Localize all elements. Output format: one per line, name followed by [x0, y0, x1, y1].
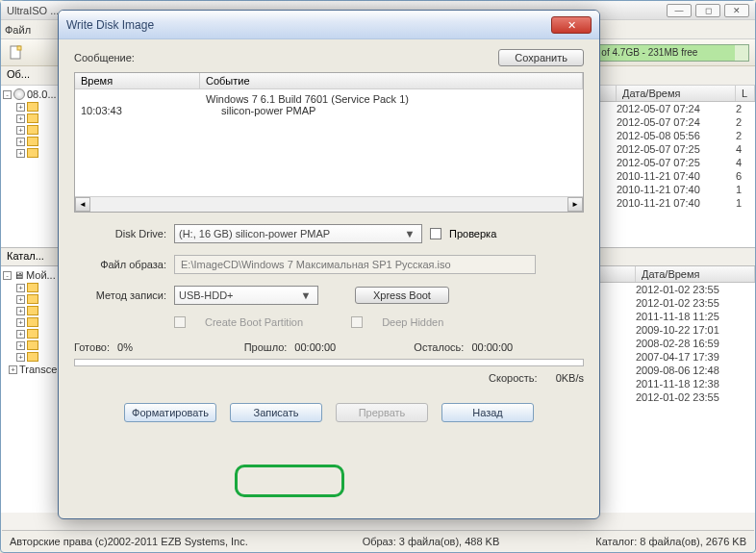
tree-expand-icon[interactable]: +: [16, 341, 25, 350]
scroll-right-icon[interactable]: ►: [567, 197, 583, 212]
folder-icon: [27, 113, 38, 123]
new-file-icon[interactable]: [7, 43, 26, 63]
main-window-title: UltraISO ...: [7, 5, 59, 16]
menu-file[interactable]: Файл: [5, 24, 31, 36]
tree-expand-icon[interactable]: +: [9, 365, 17, 374]
statusbar: Авторские права (c)2002-2011 EZB Systems…: [2, 530, 754, 551]
tree-expand-icon[interactable]: +: [16, 318, 25, 327]
tree-expand-icon[interactable]: +: [16, 284, 25, 292]
message-label: Сообщение:: [74, 52, 141, 63]
verify-checkbox[interactable]: [430, 228, 441, 239]
abort-button: Прервать: [336, 403, 428, 422]
col-time[interactable]: Время: [75, 73, 200, 88]
disk-icon: [13, 88, 25, 100]
ready-value: 0%: [117, 341, 133, 353]
tree-expand-icon[interactable]: +: [16, 295, 25, 304]
create-boot-partition-label: Create Boot Partition: [205, 316, 303, 328]
status-copyright: Авторские права (c)2002-2011 EZB Systems…: [10, 536, 248, 547]
back-button[interactable]: Назад: [441, 403, 534, 422]
image-file-label: Файл образа:: [74, 259, 166, 270]
remain-value: 00:00:00: [471, 341, 513, 353]
tree-expand-icon[interactable]: +: [16, 103, 25, 112]
log-list[interactable]: Время Событие 10:03:43 Windows 7 6.1 Bui…: [74, 72, 584, 213]
tree-expand-icon[interactable]: +: [16, 138, 25, 146]
tree-expand-icon[interactable]: +: [16, 114, 25, 123]
deep-hidden-label: Deep Hidden: [382, 316, 443, 328]
col-date[interactable]: Дата/Время: [617, 86, 736, 101]
col-l[interactable]: L: [736, 86, 755, 101]
folder-icon: [27, 102, 38, 112]
log-horizontal-scrollbar[interactable]: ◄ ►: [75, 196, 583, 212]
dialog-titlebar[interactable]: Write Disk Image ✕: [59, 11, 599, 39]
folder-icon: [27, 317, 38, 327]
dialog-close-button[interactable]: ✕: [551, 16, 592, 34]
speed-value: 0KB/s: [556, 372, 584, 384]
elapsed-value: 00:00:00: [294, 341, 336, 353]
tree-expand-icon[interactable]: -: [3, 271, 12, 280]
my-computer-icon: 🖥: [13, 269, 24, 281]
status-image-info: Образ: 3 файла(ов), 488 KB: [363, 536, 500, 547]
minimize-button[interactable]: —: [667, 4, 692, 17]
disk-drive-select[interactable]: (H:, 16 GB) silicon-power PMAP ▼: [174, 224, 422, 243]
format-button[interactable]: Форматировать: [124, 403, 216, 422]
folder-icon: [27, 283, 38, 292]
col-date[interactable]: Дата/Время: [636, 266, 755, 282]
folder-icon: [27, 340, 38, 350]
tree-expand-icon[interactable]: -: [3, 90, 12, 99]
dialog-title: Write Disk Image: [66, 18, 154, 32]
svg-rect-1: [17, 46, 21, 50]
folder-icon: [27, 294, 38, 304]
write-disk-image-dialog: Write Disk Image ✕ Сообщение: Сохранить …: [58, 10, 600, 519]
my-computer-label[interactable]: Мой...: [26, 269, 56, 281]
tree-expand-icon[interactable]: +: [16, 126, 25, 135]
tree-root-label[interactable]: 08.0...: [27, 88, 57, 100]
image-file-field: E:\ImageCD\Windows 7 Максимальная SP1 Ру…: [174, 255, 536, 274]
image-label: Об...: [7, 68, 30, 80]
folder-icon: [27, 125, 38, 135]
elapsed-label: Прошло:: [244, 341, 288, 353]
chevron-down-icon[interactable]: ▼: [402, 228, 417, 239]
deep-hidden-checkbox: [351, 316, 363, 328]
log-row-time: 10:03:43: [81, 93, 206, 192]
tree-expand-icon[interactable]: +: [16, 307, 25, 315]
tree-expand-icon[interactable]: +: [16, 353, 25, 362]
chevron-down-icon[interactable]: ▼: [298, 289, 314, 301]
remain-label: Осталось:: [414, 341, 464, 353]
write-method-select[interactable]: USB-HDD+ ▼: [174, 286, 318, 305]
ready-label: Готово:: [74, 341, 110, 353]
status-catalog-info: Каталог: 8 файла(ов), 2676 KB: [595, 536, 746, 547]
log-row-event: Windows 7 6.1 Build 7601 (Service Pack 1…: [206, 93, 409, 192]
folder-icon: [27, 137, 38, 146]
maximize-button[interactable]: ◻: [695, 4, 720, 17]
tree-expand-icon[interactable]: +: [16, 330, 25, 339]
create-boot-partition-checkbox: [174, 316, 186, 328]
folder-icon: [27, 148, 38, 158]
scroll-left-icon[interactable]: ◄: [75, 197, 90, 212]
xpress-boot-button[interactable]: Xpress Boot: [355, 287, 449, 304]
save-button[interactable]: Сохранить: [498, 49, 584, 66]
progress-bar: [74, 359, 584, 366]
close-button[interactable]: ✕: [724, 4, 749, 17]
verify-label: Проверка: [449, 228, 496, 239]
speed-label: Скорость:: [489, 372, 538, 384]
folder-icon: [27, 306, 38, 315]
folder-icon: [27, 352, 38, 362]
write-button[interactable]: Записать: [230, 403, 322, 422]
col-event[interactable]: Событие: [200, 73, 583, 88]
folder-icon: [27, 329, 38, 339]
disk-drive-label: Disk Drive:: [74, 228, 166, 239]
write-method-label: Метод записи:: [74, 289, 166, 301]
tree-expand-icon[interactable]: +: [16, 149, 25, 158]
